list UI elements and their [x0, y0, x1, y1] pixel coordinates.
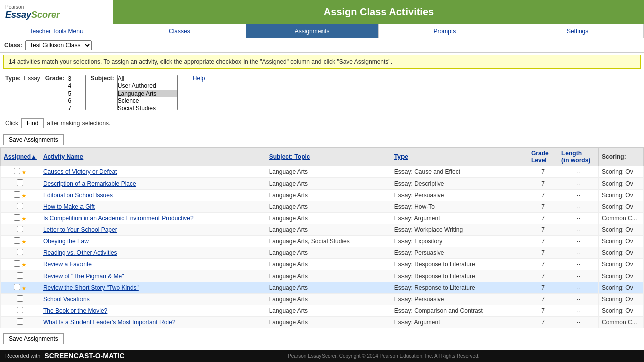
scoring-cell: Scoring: Ov [599, 305, 644, 317]
grade-cell: 7 [528, 282, 558, 294]
subject-topic-cell: Language Arts, Social Studies [266, 236, 391, 247]
subject-topic-cell: Language Arts [266, 247, 391, 259]
scoring-cell: Scoring: Ov [599, 166, 644, 178]
assigned-checkbox[interactable] [17, 203, 23, 209]
sort-type[interactable]: Type [394, 153, 408, 160]
type-cell: Essay: Persuasive [391, 247, 528, 259]
logo-area: Pearson EssayScorer [0, 4, 113, 20]
grade-cell: 7 [528, 213, 558, 224]
table-row: ★Editorial on School IssuesLanguage Arts… [1, 190, 644, 201]
activity-name-link[interactable]: Causes of Victory or Defeat [43, 168, 117, 175]
scoring-cell: Scoring: Ov [599, 178, 644, 190]
type-cell: Essay: Argument [391, 213, 528, 224]
grade-cell: 7 [528, 166, 558, 178]
sort-assigned[interactable]: Assigned▲ [4, 153, 37, 160]
type-cell: Essay: Response to Literature [391, 282, 528, 294]
length-cell: -- [558, 213, 599, 224]
activity-name-link[interactable]: Letter to Your School Paper [43, 226, 117, 233]
col-subject-topic: Subject: Topic [266, 148, 391, 166]
length-cell: -- [558, 247, 599, 259]
assigned-checkbox[interactable] [17, 179, 23, 186]
activity-name-link[interactable]: School Vacations [43, 296, 90, 303]
assigned-checkbox[interactable] [17, 226, 23, 232]
find-button[interactable]: Find [21, 118, 44, 128]
length-cell: -- [558, 166, 599, 178]
activity-name-link[interactable]: Review a Favorite [43, 261, 92, 268]
save-assignments-top-button[interactable]: Save Assignments [3, 134, 64, 145]
subject-topic-cell: Language Arts [266, 270, 391, 282]
help-link[interactable]: Help [193, 75, 205, 82]
class-selector[interactable]: Test Gilkison Class [25, 40, 92, 50]
length-cell: -- [558, 282, 599, 294]
logo: EssayScorer [5, 10, 60, 20]
subject-topic-cell: Language Arts [266, 224, 391, 236]
type-cell: Essay: Persuasive [391, 294, 528, 305]
sort-length[interactable]: Length(in words) [561, 150, 590, 164]
type-cell: Essay: Cause and Effect [391, 166, 528, 178]
length-cell: -- [558, 190, 599, 201]
type-cell: Essay: Argument [391, 317, 528, 328]
assigned-checkbox[interactable] [14, 168, 20, 174]
assigned-checkbox[interactable] [14, 284, 20, 290]
class-label: Class: [4, 42, 22, 49]
page-title: Assign Class Activities [324, 6, 434, 18]
nav-settings[interactable]: Settings [511, 24, 644, 38]
assigned-checkbox[interactable] [17, 272, 23, 279]
subject-select[interactable]: All User Authored Language Arts Science … [117, 75, 178, 110]
activity-name-link[interactable]: Obeying the Law [43, 238, 89, 245]
scoring-cell: Scoring: Ov [599, 224, 644, 236]
activity-name-link[interactable]: What Is a Student Leader's Most Importan… [43, 319, 175, 326]
assigned-checkbox[interactable] [17, 318, 23, 325]
table-row: ★Review a FavoriteLanguage ArtsEssay: Re… [1, 259, 644, 270]
assigned-checkbox[interactable] [14, 237, 20, 244]
subject-topic-cell: Language Arts [266, 190, 391, 201]
activity-name-link[interactable]: Review of "The Pigman & Me" [43, 273, 124, 280]
sort-name[interactable]: Activity Name [43, 153, 83, 160]
grade-cell: 7 [528, 190, 558, 201]
sort-subject[interactable]: Subject: Topic [269, 153, 310, 160]
length-cell: -- [558, 294, 599, 305]
activity-name-link[interactable]: The Book or the Movie? [43, 307, 107, 314]
activity-name-link[interactable]: Review the Short Story "Two Kinds" [43, 284, 139, 291]
grade-cell: 7 [528, 305, 558, 317]
activity-name-link[interactable]: How to Make a Gift [43, 203, 95, 210]
assigned-checkbox[interactable] [14, 191, 20, 198]
assigned-checkbox[interactable] [17, 295, 23, 302]
scoring-cell: Scoring: Ov [599, 190, 644, 201]
nav-assignments[interactable]: Assignments [246, 24, 379, 38]
activity-name-link[interactable]: Is Competition in an Academic Environmen… [43, 215, 194, 222]
type-cell: Essay: Comparison and Contrast [391, 305, 528, 317]
type-cell: Essay: How-To [391, 201, 528, 213]
grade-label: Grade: [45, 75, 65, 82]
assigned-checkbox[interactable] [14, 260, 20, 267]
type-cell: Essay: Persuasive [391, 190, 528, 201]
subject-topic-cell: Language Arts [266, 282, 391, 294]
nav-teacher-tools[interactable]: Teacher Tools Menu [0, 24, 113, 38]
nav-classes[interactable]: Classes [113, 24, 246, 38]
activity-name-link[interactable]: Reading vs. Other Activities [43, 249, 117, 256]
length-cell: -- [558, 201, 599, 213]
assigned-checkbox[interactable] [17, 307, 23, 313]
star-icon: ★ [21, 215, 27, 222]
save-assignments-bottom-button[interactable]: Save Assignments [3, 333, 64, 344]
grade-select[interactable]: 3 4 5 6 7 [68, 75, 86, 110]
table-row: Reading vs. Other ActivitiesLanguage Art… [1, 247, 644, 259]
activity-name-link[interactable]: Description of a Remarkable Place [43, 180, 136, 187]
activity-name-link[interactable]: Editorial on School Issues [43, 192, 113, 199]
subject-topic-cell: Language Arts [266, 166, 391, 178]
nav-prompts[interactable]: Prompts [379, 24, 512, 38]
assigned-checkbox[interactable] [17, 249, 23, 255]
star-icon: ★ [21, 238, 27, 245]
grade-cell: 7 [528, 224, 558, 236]
grade-cell: 7 [528, 294, 558, 305]
subject-topic-cell: Language Arts [266, 259, 391, 270]
length-cell: -- [558, 224, 599, 236]
scoring-cell: Scoring: Ov [599, 270, 644, 282]
subject-topic-cell: Language Arts [266, 201, 391, 213]
sort-grade[interactable]: Grade Level [531, 150, 549, 164]
grade-cell: 7 [528, 247, 558, 259]
assigned-checkbox[interactable] [14, 214, 20, 221]
length-cell: -- [558, 305, 599, 317]
grade-cell: 7 [528, 236, 558, 247]
scoring-cell: Scoring: Ov [599, 282, 644, 294]
